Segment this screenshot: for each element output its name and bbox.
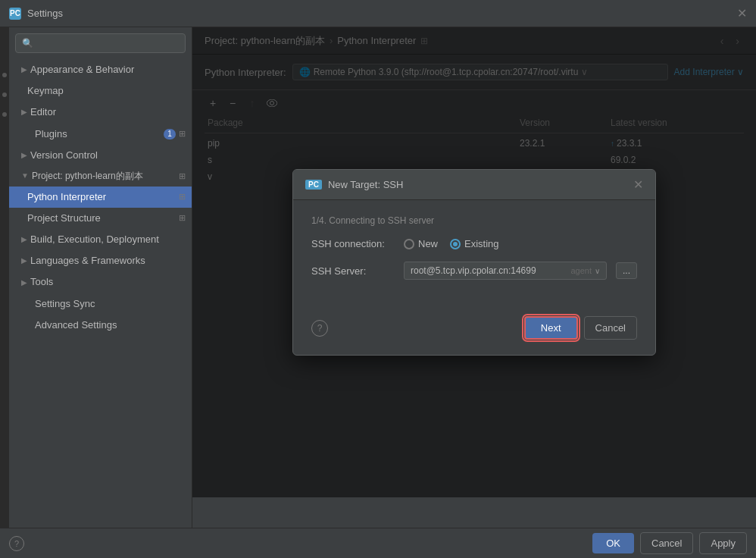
sidebar: ▶ Appearance & Behavior Keymap ▶ Editor … bbox=[9, 27, 192, 528]
cancel-dialog-button[interactable]: Cancel bbox=[584, 316, 637, 340]
arrow-icon: ▶ bbox=[21, 234, 27, 245]
title-bar: PC Settings ✕ bbox=[0, 0, 756, 27]
settings-body: ▶ Appearance & Behavior Keymap ▶ Editor … bbox=[0, 27, 756, 528]
sidebar-item-label: Keymap bbox=[27, 84, 64, 98]
main-content: Project: python-learn的副本 › Python Interp… bbox=[192, 27, 756, 528]
dialog-actions: Next Cancel bbox=[524, 316, 637, 340]
close-button[interactable]: ✕ bbox=[737, 8, 747, 20]
chevron-down-icon: ∨ bbox=[595, 267, 600, 275]
window-title: Settings bbox=[27, 8, 63, 19]
sidebar-item-label: Languages & Frameworks bbox=[30, 254, 145, 268]
arrow-icon: ▶ bbox=[21, 107, 27, 118]
sidebar-item-label: Project: python-learn的副本 bbox=[32, 170, 143, 183]
arrow-icon: ▶ bbox=[21, 150, 27, 161]
box-icon: ⊞ bbox=[179, 128, 186, 140]
sidebar-item-label: Project Structure bbox=[27, 212, 101, 225]
ssh-server-input[interactable]: root@5.tcp.vip.cpolar.cn:14699 agent ∨ bbox=[404, 262, 607, 280]
search-input[interactable] bbox=[15, 33, 186, 53]
bottom-bar: ? OK Cancel Apply bbox=[0, 528, 756, 558]
apply-button[interactable]: Apply bbox=[699, 532, 747, 554]
next-button[interactable]: Next bbox=[524, 316, 578, 340]
arrow-icon: ▶ bbox=[21, 64, 27, 75]
app-icon: PC bbox=[9, 8, 21, 20]
sidebar-item-advanced-settings[interactable]: Advanced Settings bbox=[9, 315, 192, 336]
left-edge bbox=[0, 27, 9, 528]
settings-window: PC Settings ✕ ▶ Appearance & Behavior Ke… bbox=[0, 0, 756, 558]
edge-dot-2 bbox=[2, 92, 7, 97]
sidebar-item-project-structure[interactable]: Project Structure ⊞ bbox=[9, 208, 192, 229]
new-target-dialog: PC New Target: SSH ✕ 1/4. Connecting to … bbox=[292, 169, 656, 356]
dialog-pc-icon: PC bbox=[305, 180, 322, 190]
radio-new-label: New bbox=[418, 238, 438, 249]
dialog-title-bar: PC New Target: SSH ✕ bbox=[293, 170, 655, 200]
edge-dot-1 bbox=[2, 73, 7, 77]
sidebar-item-label: Tools bbox=[30, 275, 53, 289]
bottom-help-button[interactable]: ? bbox=[9, 536, 24, 551]
sidebar-item-editor[interactable]: ▶ Editor bbox=[9, 102, 192, 123]
box-icon: ⊞ bbox=[179, 191, 186, 202]
sidebar-item-label: Plugins bbox=[35, 127, 67, 141]
sidebar-item-project[interactable]: ▼ Project: python-learn的副本 ⊞ bbox=[9, 166, 192, 187]
help-button[interactable]: ? bbox=[311, 320, 328, 337]
ssh-server-value: root@5.tcp.vip.cpolar.cn:14699 bbox=[411, 265, 567, 276]
sidebar-item-label: Settings Sync bbox=[35, 297, 95, 311]
ssh-connection-row: SSH connection: New Existing bbox=[311, 238, 637, 249]
modal-overlay: PC New Target: SSH ✕ 1/4. Connecting to … bbox=[192, 27, 756, 497]
ssh-server-row: SSH Server: root@5.tcp.vip.cpolar.cn:146… bbox=[311, 262, 637, 280]
radio-group: New Existing bbox=[404, 238, 499, 249]
dialog-close-button[interactable]: ✕ bbox=[633, 177, 643, 192]
radio-new-option[interactable]: New bbox=[404, 238, 438, 249]
radio-existing-circle bbox=[450, 239, 461, 249]
sidebar-item-tools[interactable]: ▶ Tools bbox=[9, 271, 192, 293]
sidebar-item-label: Editor bbox=[30, 105, 56, 119]
plugins-badge: 1 bbox=[164, 129, 176, 140]
dialog-title: New Target: SSH bbox=[328, 179, 403, 190]
radio-new-circle bbox=[404, 239, 414, 249]
box-icon: ⊞ bbox=[179, 171, 186, 182]
box-icon: ⊞ bbox=[179, 212, 186, 224]
edge-dot-3 bbox=[2, 112, 7, 117]
sidebar-item-label: Version Control bbox=[30, 149, 98, 162]
sidebar-item-label: Appearance & Behavior bbox=[30, 63, 134, 77]
radio-existing-label: Existing bbox=[464, 238, 499, 249]
sidebar-item-label: Advanced Settings bbox=[35, 318, 117, 332]
sidebar-item-version-control[interactable]: ▶ Version Control bbox=[9, 145, 192, 166]
sidebar-item-plugins[interactable]: Plugins 1 ⊞ bbox=[9, 124, 192, 145]
arrow-icon: ▶ bbox=[21, 277, 27, 288]
step-text: 1/4. Connecting to SSH server bbox=[311, 215, 637, 226]
sidebar-item-label: Build, Execution, Deployment bbox=[30, 233, 159, 246]
dialog-body: 1/4. Connecting to SSH server SSH connec… bbox=[293, 200, 655, 307]
ssh-server-label: SSH Server: bbox=[311, 265, 395, 277]
ssh-agent-text: agent bbox=[570, 266, 592, 275]
bottom-cancel-button[interactable]: Cancel bbox=[640, 532, 693, 554]
ssh-more-button[interactable]: ... bbox=[616, 262, 637, 279]
sidebar-item-label: Python Interpreter bbox=[27, 190, 106, 204]
radio-existing-option[interactable]: Existing bbox=[450, 238, 499, 249]
arrow-icon: ▼ bbox=[21, 171, 29, 181]
arrow-icon: ▶ bbox=[21, 255, 27, 266]
sidebar-item-settings-sync[interactable]: Settings Sync bbox=[9, 293, 192, 315]
sidebar-item-python-interpreter[interactable]: Python Interpreter ⊞ bbox=[9, 187, 192, 208]
ssh-connection-label: SSH connection: bbox=[311, 238, 395, 249]
sidebar-item-appearance[interactable]: ▶ Appearance & Behavior bbox=[9, 59, 192, 80]
sidebar-item-languages[interactable]: ▶ Languages & Frameworks bbox=[9, 250, 192, 271]
ok-button[interactable]: OK bbox=[592, 533, 634, 553]
sidebar-item-build[interactable]: ▶ Build, Execution, Deployment bbox=[9, 229, 192, 250]
sidebar-item-keymap[interactable]: Keymap bbox=[9, 80, 192, 102]
dialog-footer: ? Next Cancel bbox=[293, 307, 655, 355]
